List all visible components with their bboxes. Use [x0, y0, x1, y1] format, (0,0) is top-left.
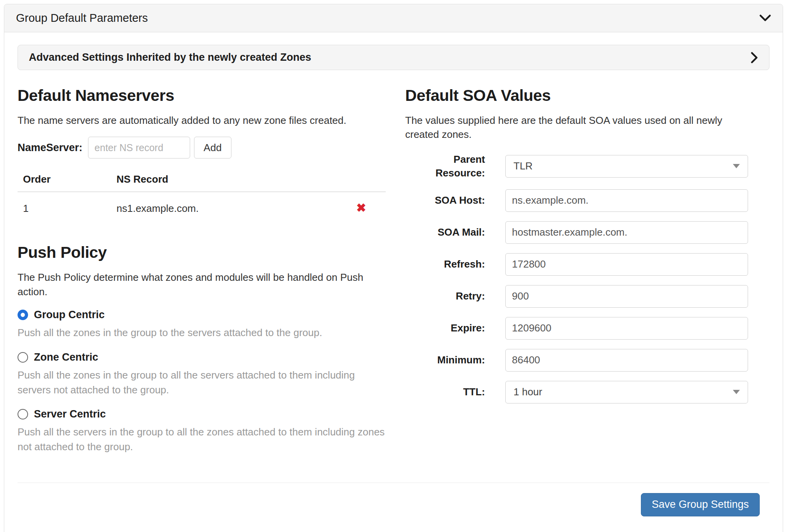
ttl-select[interactable]: 1 hour	[505, 381, 748, 403]
chevron-down-icon[interactable]	[759, 14, 771, 22]
retry-row: Retry:	[405, 285, 748, 308]
ttl-row: TTL: 1 hour	[405, 381, 748, 403]
soa-description: The values supplied here are the default…	[405, 113, 748, 142]
actions-column-header	[331, 167, 386, 192]
expire-label: Expire:	[405, 321, 485, 335]
radio-button-icon[interactable]	[18, 352, 28, 363]
ns-record-column-header: NS Record	[111, 167, 331, 192]
soa-host-label: SOA Host:	[405, 194, 485, 207]
push-policy-title: Push Policy	[18, 243, 386, 262]
add-nameserver-button[interactable]: Add	[194, 137, 231, 159]
parent-resource-row: Parent Resource: TLR	[405, 153, 748, 180]
group-centric-label: Group Centric	[34, 309, 105, 321]
soa-mail-label: SOA Mail:	[405, 225, 485, 239]
refresh-label: Refresh:	[405, 257, 485, 271]
soa-section: Default SOA Values The values supplied h…	[405, 86, 769, 465]
server-centric-description: Push all the servers in the group to all…	[18, 425, 386, 454]
nameservers-section: Default Nameservers The name servers are…	[18, 86, 386, 465]
nameservers-table: Order NS Record 1 ns1.example.com. ✖	[18, 167, 386, 225]
order-column-header: Order	[18, 167, 111, 192]
parent-resource-value: TLR	[513, 160, 533, 172]
minimum-label: Minimum:	[405, 353, 485, 367]
table-header-row: Order NS Record	[18, 167, 386, 192]
retry-input[interactable]	[505, 285, 748, 308]
retry-label: Retry:	[405, 289, 485, 303]
ttl-value: 1 hour	[513, 386, 542, 398]
radio-button-icon[interactable]	[18, 310, 28, 320]
minimum-input[interactable]	[505, 349, 748, 372]
nameserver-input[interactable]	[88, 137, 190, 159]
nameserver-add-row: NameServer: Add	[18, 137, 386, 159]
soa-title: Default SOA Values	[405, 86, 748, 105]
advanced-settings-label: Advanced Settings Inherited by the newly…	[29, 51, 311, 63]
expire-input[interactable]	[505, 317, 748, 340]
zone-centric-label: Zone Centric	[34, 351, 98, 363]
nameserver-field-label: NameServer:	[18, 142, 83, 154]
refresh-input[interactable]	[505, 253, 748, 276]
group-centric-description: Push all the zones in the group to the s…	[18, 326, 386, 340]
refresh-row: Refresh:	[405, 253, 748, 276]
panel-header-toggle[interactable]: Group Default Parameters	[4, 4, 783, 32]
panel-body: Advanced Settings Inherited by the newly…	[4, 32, 783, 532]
caret-down-icon	[733, 164, 740, 168]
footer: Save Group Settings	[18, 483, 769, 519]
nameservers-title: Default Nameservers	[18, 86, 386, 105]
soa-mail-row: SOA Mail:	[405, 221, 748, 244]
radio-button-icon[interactable]	[18, 409, 28, 419]
ttl-label: TTL:	[405, 385, 485, 399]
zone-centric-description: Push all the zones in the group to all t…	[18, 368, 386, 397]
expire-row: Expire:	[405, 317, 748, 340]
parent-resource-select[interactable]: TLR	[505, 155, 748, 178]
advanced-settings-toggle[interactable]: Advanced Settings Inherited by the newly…	[18, 45, 769, 70]
push-policy-option-server-centric[interactable]: Server Centric	[18, 408, 386, 420]
save-group-settings-button[interactable]: Save Group Settings	[641, 493, 760, 516]
caret-down-icon	[733, 390, 740, 394]
soa-host-input[interactable]	[505, 189, 748, 212]
order-cell: 1	[18, 192, 111, 225]
push-policy-description: The Push Policy determine what zones and…	[18, 270, 386, 299]
soa-host-row: SOA Host:	[405, 189, 748, 212]
group-default-parameters-panel: Group Default Parameters Advanced Settin…	[4, 4, 783, 532]
panel-title: Group Default Parameters	[16, 12, 148, 25]
server-centric-label: Server Centric	[34, 408, 106, 420]
nameservers-description: The name servers are automatically added…	[18, 113, 386, 127]
soa-mail-input[interactable]	[505, 221, 748, 244]
push-policy-option-group-centric[interactable]: Group Centric	[18, 309, 386, 321]
minimum-row: Minimum:	[405, 349, 748, 372]
soa-form: Parent Resource: TLR SOA Host: SOA Mail:	[405, 153, 748, 403]
ns-record-cell: ns1.example.com.	[111, 192, 331, 225]
table-row: 1 ns1.example.com. ✖	[18, 192, 386, 225]
content-columns: Default Nameservers The name servers are…	[18, 86, 769, 465]
delete-icon[interactable]: ✖	[356, 201, 366, 214]
chevron-right-icon	[750, 52, 758, 63]
parent-resource-label: Parent Resource:	[405, 153, 485, 180]
push-policy-option-zone-centric[interactable]: Zone Centric	[18, 351, 386, 363]
